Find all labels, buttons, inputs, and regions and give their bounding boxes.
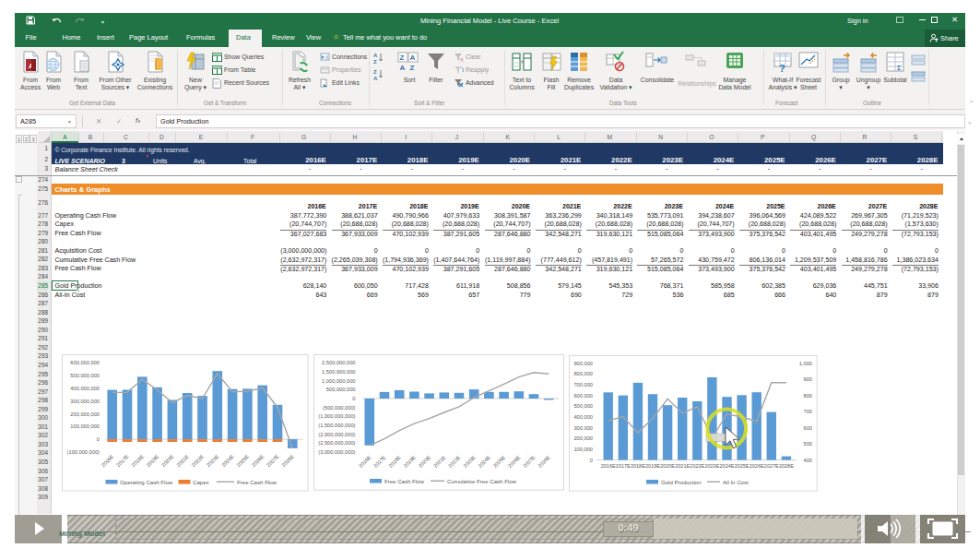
svg-text:400,000,000: 400,000,000 (71, 386, 100, 391)
svg-text:A: A (373, 76, 378, 81)
svg-text:Free Cash Flow: Free Cash Flow (237, 479, 277, 485)
svg-text:Z: Z (373, 69, 377, 75)
svg-text:1,000,000,000: 1,000,000,000 (323, 378, 356, 384)
svg-text:2026E: 2026E (750, 463, 764, 469)
svg-text:2021E: 2021E (676, 463, 691, 469)
svg-text:700: 700 (804, 409, 812, 414)
svg-text:600: 600 (804, 425, 812, 431)
svg-text:1,000: 1,000 (799, 361, 812, 366)
svg-text:400: 400 (804, 458, 812, 463)
svg-text:Cumulative Free Cash Flow: Cumulative Free Cash Flow (447, 478, 517, 484)
svg-text:Free Cash Flow: Free Cash Flow (384, 478, 425, 484)
svg-text:(3,000,000,000): (3,000,000,000) (319, 449, 356, 455)
svg-text:2020E: 2020E (660, 463, 675, 469)
svg-text:2023E: 2023E (705, 463, 720, 469)
svg-text:600,000: 600,000 (574, 393, 594, 399)
svg-text:2016E: 2016E (601, 463, 616, 469)
svg-text:A: A (410, 54, 416, 62)
svg-text:Gold Production: Gold Production (661, 479, 702, 485)
svg-text:A: A (373, 53, 378, 58)
svg-text:Operating Cash Flow: Operating Cash Flow (120, 479, 173, 485)
svg-text:500,000,000: 500,000,000 (71, 373, 100, 378)
svg-text:Z: Z (373, 59, 377, 65)
svg-text:Capex: Capex (193, 479, 209, 485)
svg-text:(500,000,000): (500,000,000) (323, 405, 356, 411)
svg-text:2024E: 2024E (720, 463, 735, 469)
svg-text:500,000: 500,000 (574, 403, 594, 409)
svg-text:500,000,000: 500,000,000 (326, 387, 356, 393)
svg-text:700,000: 700,000 (574, 382, 594, 387)
svg-text:400,000: 400,000 (574, 414, 594, 420)
svg-text:2017E: 2017E (616, 463, 631, 469)
svg-text:900,000: 900,000 (574, 361, 594, 366)
svg-text:(1,000,000,000): (1,000,000,000) (319, 413, 356, 419)
svg-text:A: A (400, 64, 406, 72)
svg-text:0: 0 (97, 436, 100, 442)
svg-text:900: 900 (804, 376, 812, 382)
svg-text:2028E: 2028E (779, 463, 794, 469)
svg-text:100,000,000: 100,000,000 (71, 424, 100, 430)
svg-text:(2,500,000,000): (2,500,000,000) (319, 440, 356, 446)
svg-text:(1,500,000,000): (1,500,000,000) (319, 423, 356, 428)
svg-text:100,000: 100,000 (574, 447, 594, 452)
svg-text:300,000: 300,000 (574, 425, 594, 431)
svg-text:(100,000,000): (100,000,000) (67, 449, 100, 455)
svg-text:All In Cost: All In Cost (723, 479, 749, 485)
svg-text:Z: Z (400, 54, 405, 62)
svg-text:500: 500 (804, 441, 812, 447)
svg-text:Σ: Σ (897, 65, 901, 71)
svg-text:(2,000,000,000): (2,000,000,000) (319, 432, 356, 437)
svg-text:2025E: 2025E (735, 463, 750, 469)
svg-text:800,000: 800,000 (574, 371, 594, 376)
svg-text:2018E: 2018E (631, 463, 645, 469)
svg-text:300,000,000: 300,000,000 (71, 399, 100, 404)
svg-text:Z: Z (410, 64, 415, 72)
svg-text:200,000: 200,000 (574, 435, 594, 441)
svg-text:2019E: 2019E (645, 463, 660, 469)
svg-text:200,000,000: 200,000,000 (71, 411, 100, 417)
svg-text:2,500,000,000: 2,500,000,000 (323, 361, 356, 366)
svg-text:600,000,000: 600,000,000 (71, 361, 100, 366)
svg-text:2027E: 2027E (764, 463, 779, 469)
svg-text:1,500,000,000: 1,500,000,000 (323, 369, 356, 375)
svg-text:800: 800 (804, 393, 812, 399)
svg-text:0: 0 (590, 458, 593, 463)
svg-text:2022E: 2022E (691, 463, 705, 469)
svg-text:0: 0 (353, 396, 356, 401)
